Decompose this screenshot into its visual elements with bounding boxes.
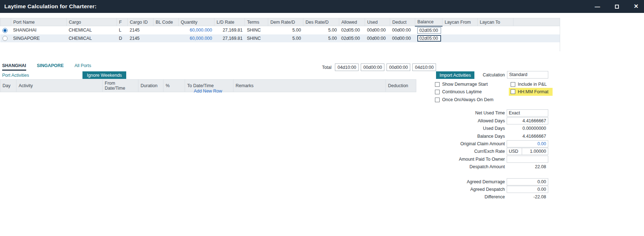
- column-header-cargo-id[interactable]: Cargo ID: [128, 18, 153, 26]
- cell-des-rate[interactable]: 5.00: [303, 26, 339, 34]
- table-row[interactable]: SHANGHAI CHEMICAL L 2145 60,000.000 27,1…: [0, 26, 560, 34]
- radio-unselected-icon[interactable]: [3, 36, 8, 41]
- checkbox-icon[interactable]: [435, 90, 440, 94]
- cell-allowed[interactable]: 02d05:00: [339, 26, 365, 34]
- amount-paid-to-owner-label: Amount Paid To Owner: [412, 156, 505, 163]
- agreed-despatch-label: Agreed Despatch: [412, 186, 505, 193]
- cell-filler: [513, 26, 560, 34]
- used-days-label: Used Days: [412, 125, 505, 132]
- cell-des-rate[interactable]: 5.00: [303, 34, 339, 42]
- cell-allowed[interactable]: 02d05:00: [339, 34, 365, 42]
- agreed-despatch-field[interactable]: 0.00: [507, 186, 548, 193]
- table-right-edge-divider: [560, 18, 560, 51]
- totals-label: Total: [322, 65, 331, 70]
- cargo-table-header-row: Port Name Cargo F Cargo ID BL Code Quant…: [0, 18, 560, 26]
- balance-days-label: Balance Days: [412, 133, 505, 140]
- cell-quantity[interactable]: 60,000.000: [179, 26, 214, 34]
- cell-used[interactable]: 00d00:00: [365, 26, 390, 34]
- cell-cargo[interactable]: CHEMICAL: [67, 34, 117, 42]
- checkbox-label: Include in P&L: [518, 82, 547, 87]
- cell-laycan-from[interactable]: [442, 34, 478, 42]
- column-header-quantity[interactable]: Quantity: [179, 18, 214, 26]
- cell-balance[interactable]: 02d05:00: [415, 26, 442, 34]
- cell-laycan-from[interactable]: [442, 26, 478, 34]
- cell-deduct[interactable]: 00d00:00: [390, 26, 415, 34]
- net-used-time-select[interactable]: Exact: [507, 109, 548, 117]
- tab-singapore[interactable]: SINGAPORE: [37, 63, 64, 71]
- column-header-balance[interactable]: Balance: [415, 18, 442, 26]
- column-header-laycan-from[interactable]: Laycan From: [442, 18, 478, 26]
- checkbox-include-in-pl[interactable]: Include in P&L: [511, 81, 547, 88]
- ignore-weekends-button[interactable]: Ignore Weekends: [82, 71, 126, 79]
- cell-port-name[interactable]: SHANGHAI: [11, 26, 67, 34]
- column-header-laycan-to[interactable]: Laycan To: [478, 18, 513, 26]
- column-header-f[interactable]: F: [117, 18, 128, 26]
- column-header-select: [0, 18, 11, 26]
- cell-f[interactable]: L: [117, 26, 128, 34]
- radio-selected-icon[interactable]: [3, 28, 8, 33]
- table-row[interactable]: SINGAPORE CHEMICAL D 2145 60,000.000 27,…: [0, 34, 560, 42]
- column-header-terms[interactable]: Terms: [245, 18, 268, 26]
- cell-terms[interactable]: SHINC: [245, 34, 268, 42]
- cell-select[interactable]: [0, 26, 11, 34]
- column-header-bl-code[interactable]: BL Code: [153, 18, 179, 26]
- cell-dem-rate[interactable]: 5.00: [268, 26, 303, 34]
- cell-deduct[interactable]: 00d00:00: [390, 34, 415, 42]
- maximize-icon[interactable]: [614, 4, 620, 9]
- total-deduct: 00d00:00: [387, 63, 410, 71]
- agreed-demurrage-label: Agreed Demurrage: [412, 178, 505, 185]
- add-new-row-link[interactable]: Add New Row: [0, 89, 416, 94]
- tab-all-ports[interactable]: All Ports: [75, 63, 91, 71]
- checkbox-hhmm-format[interactable]: HH:MM Format: [509, 88, 553, 96]
- cell-bl-code[interactable]: [153, 34, 179, 42]
- column-header-cargo[interactable]: Cargo: [67, 18, 117, 26]
- column-header-allowed[interactable]: Allowed: [339, 18, 365, 26]
- totals-row: Total 04d10:00 00d00:00 00d00:00 04d10:0…: [322, 63, 436, 71]
- column-header-dem-rate[interactable]: Dem Rate/D: [268, 18, 303, 26]
- cell-laycan-to[interactable]: [478, 26, 513, 34]
- checkbox-show-demurrage-start[interactable]: Show Demurrage Start: [435, 81, 488, 88]
- cell-f[interactable]: D: [117, 34, 128, 42]
- cell-terms[interactable]: SHINC: [245, 26, 268, 34]
- cell-bl-code[interactable]: [153, 26, 179, 34]
- cell-cargo-id[interactable]: 2145: [128, 34, 153, 42]
- tab-shanghai[interactable]: SHANGHAI: [2, 63, 26, 71]
- close-icon[interactable]: ✕: [633, 4, 639, 9]
- exchange-rate-field[interactable]: 1.00000: [522, 148, 548, 155]
- cell-dem-rate[interactable]: 5.00: [268, 34, 303, 42]
- allowed-days-field[interactable]: 4.41666667: [507, 117, 548, 124]
- cell-ld-rate[interactable]: 27,169.81: [214, 26, 245, 34]
- column-header-used[interactable]: Used: [365, 18, 390, 26]
- minimize-icon[interactable]: —: [595, 4, 600, 9]
- cell-quantity[interactable]: 60,000.000: [179, 34, 214, 42]
- balance-value[interactable]: 02d05:00: [417, 27, 441, 34]
- column-header-deduct[interactable]: Deduct: [390, 18, 415, 26]
- column-header-port-name[interactable]: Port Name: [11, 18, 67, 26]
- original-claim-amount-field[interactable]: 0.00: [507, 140, 548, 147]
- checkbox-once-on-always-on-dem[interactable]: Once On/Always On Dem: [435, 96, 493, 103]
- checkbox-icon[interactable]: [511, 89, 515, 94]
- agreed-demurrage-field[interactable]: 0.00: [507, 178, 548, 185]
- cell-cargo-id[interactable]: 2145: [128, 26, 153, 34]
- cargo-table: Port Name Cargo F Cargo ID BL Code Quant…: [0, 18, 560, 42]
- column-header-ld-rate[interactable]: L/D Rate: [214, 18, 245, 26]
- import-activities-button[interactable]: Import Activities: [436, 71, 474, 79]
- despatch-amount-label: Despatch Amount: [412, 163, 505, 170]
- cell-port-name[interactable]: SINGAPORE: [11, 34, 67, 42]
- checkbox-icon[interactable]: [435, 98, 440, 102]
- total-used: 00d00:00: [361, 63, 384, 71]
- cell-select[interactable]: [0, 34, 11, 42]
- balance-value-focused[interactable]: 02d05:00: [417, 35, 441, 42]
- column-header-des-rate[interactable]: Des Rate/D: [303, 18, 339, 26]
- cell-cargo[interactable]: CHEMICAL: [67, 26, 117, 34]
- checkbox-icon[interactable]: [435, 82, 440, 87]
- amount-paid-to-owner-field[interactable]: [507, 156, 548, 163]
- currency-field[interactable]: USD: [507, 148, 522, 155]
- cell-balance[interactable]: 02d05:00: [415, 34, 442, 42]
- calculation-select[interactable]: Standard: [507, 71, 548, 79]
- cell-used[interactable]: 00d00:00: [365, 34, 390, 42]
- cell-ld-rate[interactable]: 27,169.81: [214, 34, 245, 42]
- checkbox-continuous-laytime[interactable]: Continuous Laytime: [435, 89, 482, 95]
- checkbox-icon[interactable]: [511, 82, 515, 87]
- cell-laycan-to[interactable]: [478, 34, 513, 42]
